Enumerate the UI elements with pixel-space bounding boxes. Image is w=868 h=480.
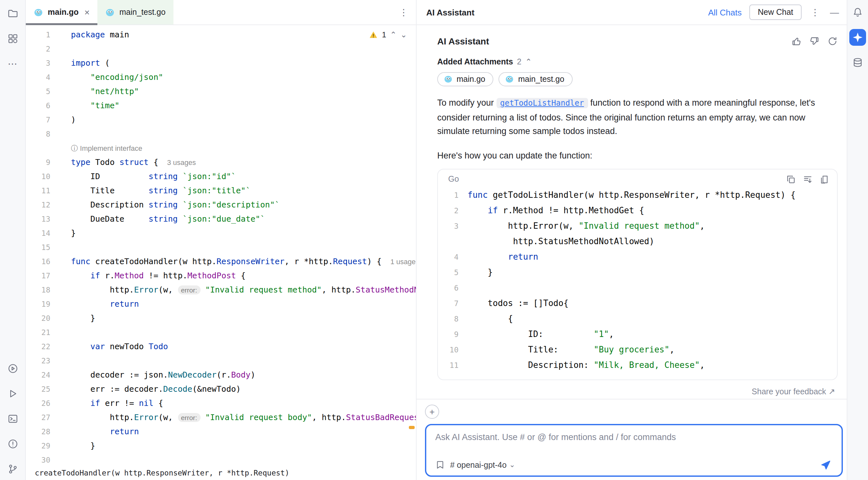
more-glyph: ⋯ (8, 58, 18, 70)
line-number: 10 (438, 342, 459, 357)
assistant-code[interactable]: 1func getTodoListHandler(w http.Response… (438, 185, 837, 379)
code-text: ID: "1", (459, 326, 614, 342)
line-number: 23 (26, 354, 63, 368)
right-tool-strip (847, 0, 868, 480)
code-line: 8 (26, 127, 416, 141)
model-selector[interactable]: # openai-gpt-4o ⌄ (450, 460, 515, 469)
code-line: 26 if err != nil { (26, 396, 416, 410)
activity-bar: ⋯ (0, 0, 26, 480)
code-line: ⓘ Implement interface (26, 141, 416, 155)
code-line: 21 (26, 325, 416, 340)
copy-icon[interactable] (786, 174, 796, 184)
editor-code: 1package main23import (4 "encoding/json"… (26, 28, 416, 466)
message-line: Here's how you can update the function: (437, 150, 838, 160)
structure-icon[interactable] (4, 30, 21, 47)
chevron-down-icon: ⌄ (509, 461, 515, 469)
ai-assistant-tool-icon[interactable] (849, 29, 866, 46)
ai-assistant-panel: AI Assistant All Chats New Chat ⋮ — AI A… (416, 0, 847, 480)
chat-input-placeholder: Ask AI Assistant. Use # or @ for mention… (435, 432, 834, 442)
new-chat-button[interactable]: New Chat (749, 4, 802, 20)
code-line: 11 Title string `json:"title"` (26, 184, 416, 198)
prompt-library-icon[interactable] (435, 460, 445, 470)
prev-problem-icon[interactable]: ⌃ (390, 32, 397, 38)
code-text: package main (63, 28, 129, 42)
warning-count: 1 (382, 30, 386, 39)
terminal-icon[interactable] (4, 410, 21, 427)
line-number (26, 141, 63, 155)
code-text: Description: "Milk, Bread, Cheese", (459, 357, 705, 373)
editor-viewport[interactable]: 1package main23import (4 "encoding/json"… (26, 25, 416, 466)
code-text (63, 240, 71, 254)
line-number: 15 (26, 240, 63, 254)
chat-content[interactable]: AI Assistant Added Attachments 2 (416, 25, 847, 399)
send-icon[interactable] (820, 459, 834, 470)
line-number: 12 (26, 198, 63, 212)
code-text: return (63, 297, 139, 311)
line-number: 3 (438, 218, 459, 234)
problems-icon[interactable] (4, 436, 21, 452)
attachment-chip[interactable]: main_test.go (499, 72, 572, 86)
go-file-icon (505, 75, 514, 84)
code-line: 1package main (26, 28, 416, 42)
services-icon[interactable] (4, 360, 21, 377)
line-number: 22 (26, 340, 63, 354)
code-text (63, 453, 71, 466)
next-problem-icon[interactable]: ⌄ (400, 32, 407, 38)
code-line: 22 var newTodo Todo (26, 340, 416, 354)
line-number: 7 (26, 113, 63, 127)
code-snippet-block: Go 1func getTodoListHandler (437, 169, 838, 380)
notifications-bell-icon[interactable] (849, 4, 866, 21)
regenerate-icon[interactable] (827, 36, 838, 46)
line-number: 28 (26, 424, 63, 439)
breadcrumb[interactable]: createTodoHandler(w http.ResponseWriter,… (26, 466, 416, 480)
attachment-name: main_test.go (518, 75, 564, 84)
thumbs-down-icon[interactable] (809, 36, 819, 46)
minimize-icon[interactable]: — (829, 7, 840, 18)
attachment-chip[interactable]: main.go (437, 72, 494, 86)
code-line: 4 return (438, 249, 837, 265)
more-tool-windows-icon[interactable]: ⋯ (4, 56, 21, 72)
go-file-icon (444, 75, 453, 84)
code-text: http.StatusMethodNotAllowed) (459, 234, 654, 249)
code-text: Title string `json:"title"` (63, 184, 251, 198)
code-snippet-header: Go (438, 169, 837, 185)
code-line: 7 todos := []Todo{ (438, 296, 837, 311)
code-line: http.StatusMethodNotAllowed) (438, 234, 837, 249)
error-stripe-warning-mark[interactable] (409, 426, 415, 429)
attachment-chips: main.go main_test.go (437, 72, 838, 86)
tab-main-go[interactable]: main.go × (26, 0, 97, 25)
code-snippet-actions (786, 174, 829, 184)
tab-options-kebab-icon[interactable]: ⋮ (392, 0, 416, 25)
chat-input-box[interactable]: Ask AI Assistant. Use # or @ for mention… (425, 424, 843, 477)
panel-options-kebab-icon[interactable]: ⋮ (809, 7, 821, 18)
line-number: 6 (438, 280, 459, 296)
run-icon[interactable] (4, 385, 21, 402)
code-line: 5 } (438, 265, 837, 280)
code-line: 16func createTodoHandler(w http.Response… (26, 254, 416, 269)
git-branch-icon[interactable] (4, 461, 21, 477)
line-number: 1 (26, 28, 63, 42)
database-icon[interactable] (849, 54, 866, 71)
code-text: } (63, 226, 76, 240)
feedback-row: Share your feedback ↗ (437, 386, 838, 396)
attachments-toggle[interactable]: Added Attachments 2 ⌃ (437, 57, 838, 66)
code-line: 2 if r.Method != http.MethodGet { (438, 203, 837, 218)
create-file-from-snippet-icon[interactable] (819, 174, 829, 184)
all-chats-link[interactable]: All Chats (708, 7, 742, 17)
inspections-widget[interactable]: 1 ⌃ ⌄ (366, 29, 409, 41)
inline-code-link[interactable]: getTodoListHandler (496, 98, 588, 108)
line-number: 8 (438, 311, 459, 326)
insert-at-caret-icon[interactable] (803, 174, 812, 184)
add-context-button[interactable]: + (425, 405, 439, 419)
thumbs-up-icon[interactable] (791, 36, 802, 46)
close-icon[interactable]: × (85, 7, 90, 18)
line-number: 25 (26, 382, 63, 396)
collapse-chevron-icon: ⌃ (525, 57, 532, 66)
share-feedback-link[interactable]: Share your feedback ↗ (752, 387, 835, 396)
code-line: 23 (26, 354, 416, 368)
code-text: var newTodo Todo (63, 340, 168, 354)
tab-main-test-go[interactable]: main_test.go (97, 0, 173, 25)
project-icon[interactable] (4, 5, 21, 22)
code-text: if r.Method != http.MethodPost { (63, 269, 246, 283)
share-feedback-label: Share your feedback (752, 387, 826, 396)
